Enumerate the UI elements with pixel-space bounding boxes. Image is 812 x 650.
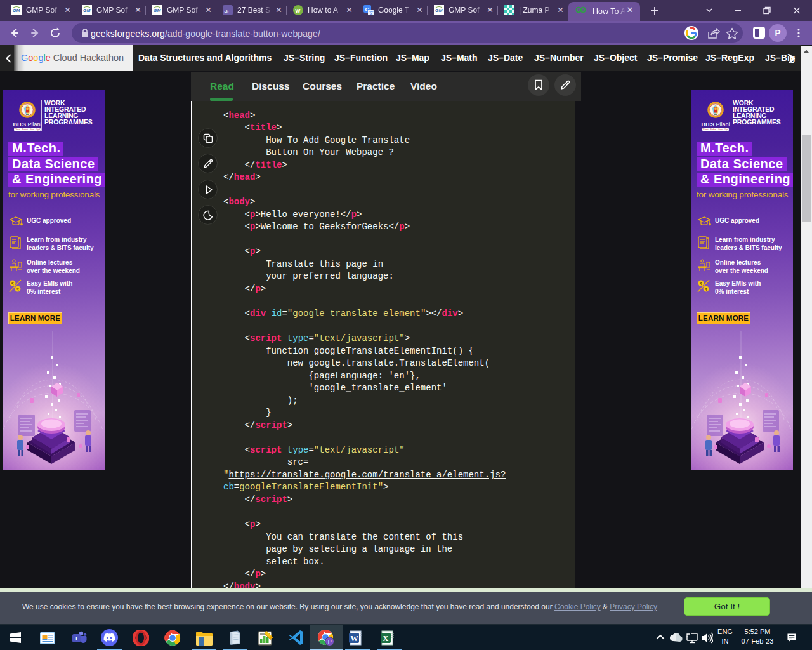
svg-text:文: 文 bbox=[369, 10, 374, 15]
svg-text:T: T bbox=[75, 635, 79, 642]
svg-text:GM: GM bbox=[83, 8, 90, 13]
svg-text:X: X bbox=[383, 634, 389, 643]
svg-text:GM: GM bbox=[154, 8, 160, 13]
svg-text:clr: clr bbox=[225, 10, 230, 13]
svg-text:W: W bbox=[351, 634, 358, 643]
svg-text:GM: GM bbox=[13, 8, 20, 13]
svg-text:P: P bbox=[328, 639, 332, 645]
svg-text:GM: GM bbox=[435, 8, 442, 13]
svg-text:w: w bbox=[295, 7, 301, 14]
